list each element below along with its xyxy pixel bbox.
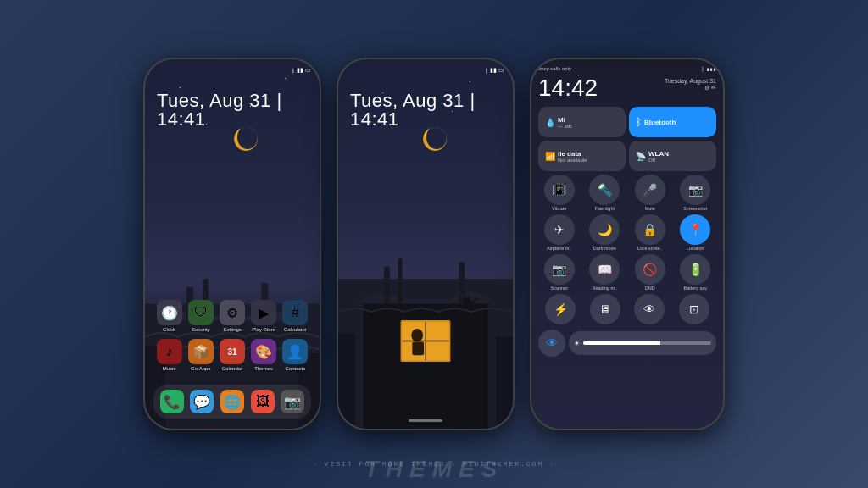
cc-mute-group: 🎤 Mute [629, 175, 671, 211]
svg-rect-10 [398, 258, 403, 304]
cc-battery-btn[interactable]: 🔋 [680, 254, 710, 285]
app-themes[interactable]: 🎨 Themes [251, 339, 276, 371]
dock-1: 📞 💬 🌐 🖼 📷 [153, 385, 311, 419]
moon-crescent [237, 125, 258, 149]
control-center: ency calls only ᛒ ▮▮▮ 14:42 Tuesday, Aug… [531, 59, 723, 429]
cc-lockscreen-group: 🔒 Lock scree.. [629, 214, 671, 251]
stars [145, 59, 320, 244]
dock-camera[interactable]: 📷 [281, 390, 304, 413]
cc-screen-group: 🖥 [590, 294, 620, 324]
cc-edit-btn[interactable]: ⊡ [679, 294, 709, 324]
dock-messages[interactable]: 💬 [190, 390, 214, 413]
cc-darkmode-btn[interactable]: 🌙 [589, 214, 620, 245]
cc-airplane-btn[interactable]: ✈ [544, 214, 575, 245]
cc-power-group: ⚡ [545, 294, 576, 324]
phone-1: ᛒ ▮▮ ▭ Tues, Aug 31 | 14:41 [143, 58, 321, 430]
cc-location-btn[interactable]: 📍 [680, 214, 710, 245]
dock-browser[interactable]: 🌐 [220, 390, 244, 413]
dock-phone[interactable]: 📞 [160, 390, 184, 413]
cc-top-row: 14:42 Tuesday, August 31 ⚙ ✏ [538, 75, 716, 102]
svg-rect-11 [459, 263, 465, 304]
home-indicator-2 [409, 419, 442, 422]
cc-darkmode-group: 🌙 Dark mode [584, 214, 626, 251]
cc-tile-mi-label: Mi [558, 116, 572, 124]
moon-crescent-2 [426, 125, 447, 149]
app-calculator[interactable]: # Calculator [282, 300, 308, 332]
cc-status-icons: ᛒ ▮▮▮ [701, 66, 716, 72]
phone-2-screen: ᛒ ▮▮ ▭ Tues, Aug 31 | 14:41 [338, 59, 513, 429]
cc-reading-label: Reading m.. [592, 286, 617, 291]
cc-eye-btn[interactable]: 👁 [634, 294, 665, 324]
cc-location-label: Location [687, 246, 704, 251]
app-row-2: ♪ Music 📦 GetApps 31 Calendar 🎨 Themes [153, 339, 311, 371]
cc-icon-row-1: 📳 Vibrate 🔦 Flashlight 🎤 Mute 📷 Screensh… [538, 175, 716, 211]
cc-tiles-row-2: 📶 ile data Not available 📡 WLAN [538, 141, 716, 171]
cc-tile-mi[interactable]: 💧 Mi — MB [538, 107, 626, 137]
app-clock[interactable]: 🕐 Clock [157, 300, 182, 332]
cc-screen-btn[interactable]: 🖥 [590, 294, 620, 324]
svg-point-18 [463, 299, 471, 306]
battery-icon-2: ▭ [498, 67, 504, 74]
phones-container: ᛒ ▮▮ ▭ Tues, Aug 31 | 14:41 [143, 58, 725, 430]
cc-status-text: ency calls only ᛒ ▮▮▮ [538, 66, 716, 71]
cc-lockscreen-label: Lock scree.. [637, 246, 663, 251]
cc-eye-icon-btn[interactable]: 👁 [538, 330, 565, 357]
status-icons-2: ᛒ ▮▮ ▭ [485, 67, 504, 74]
cc-icon-row-4: ⚡ 🖥 👁 ⊡ [538, 294, 716, 324]
cc-battery-group: 🔋 Battery sav [675, 254, 717, 291]
cc-vibrate-label: Vibrate [552, 206, 566, 211]
app-contacts[interactable]: 👤 Contacts [282, 339, 308, 371]
cc-darkmode-label: Dark mode [593, 246, 616, 251]
cc-reading-btn[interactable]: 📖 [589, 254, 620, 285]
cc-scanner-btn[interactable]: 📷 [544, 254, 575, 285]
svg-point-16 [411, 329, 423, 342]
app-music[interactable]: ♪ Music [157, 339, 182, 371]
cc-dnd-btn[interactable]: 🚫 [635, 254, 665, 285]
battery-icon: ▭ [305, 67, 311, 74]
cc-lockscreen-btn[interactable]: 🔒 [635, 214, 665, 245]
brightness-fill [583, 341, 660, 345]
app-calendar[interactable]: 31 Calendar [220, 339, 245, 371]
cc-screenshot-label: Screenshot [683, 206, 707, 211]
phone-3: ency calls only ᛒ ▮▮▮ 14:42 Tuesday, Aug… [530, 58, 725, 430]
lock-clock-2: Tues, Aug 31 | 14:41 [350, 92, 513, 129]
cc-eye-group: 👁 [634, 294, 665, 324]
cc-power-btn[interactable]: ⚡ [545, 294, 576, 324]
cc-tile-data[interactable]: 📶 ile data Not available [538, 141, 626, 171]
signal-icon-2: ▮▮ [490, 67, 497, 74]
dock-gallery[interactable]: 🖼 [251, 390, 275, 413]
app-settings[interactable]: ⚙ Settings [220, 300, 245, 332]
cc-date-icons: ⚙ ✏ [704, 85, 716, 92]
app-grid: 🕐 Clock 🛡 Security ⚙ Settings ▶ Play Sto… [153, 300, 311, 378]
cc-mute-btn[interactable]: 🎤 [635, 175, 665, 205]
cc-dnd-group: 🚫 DND [629, 254, 671, 291]
cc-tile-bluetooth[interactable]: ᛒ Bluetooth [629, 107, 716, 137]
moon-2 [423, 127, 447, 151]
app-security[interactable]: 🛡 Security [188, 300, 214, 332]
brightness-bar [583, 341, 711, 345]
cc-tile-bt-label: Bluetooth [644, 119, 676, 126]
status-bar-2: ᛒ ▮▮ ▭ [338, 59, 513, 78]
clock-time-1: Tues, Aug 31 | 14:41 [157, 92, 320, 129]
cc-screenshot-btn[interactable]: 📷 [680, 175, 710, 205]
cc-vibrate-btn[interactable]: 📳 [544, 175, 575, 205]
phone-2: ᛒ ▮▮ ▭ Tues, Aug 31 | 14:41 [337, 58, 515, 430]
app-playstore[interactable]: ▶ Play Store [251, 300, 276, 332]
cc-notification-text: ency calls only [538, 66, 571, 71]
clock-time-2: Tues, Aug 31 | 14:41 [350, 92, 513, 129]
lock-clock-1: Tues, Aug 31 | 14:41 [157, 92, 320, 129]
cc-flashlight-label: Flashlight [594, 206, 615, 211]
cc-location-group: 📍 Location [675, 214, 717, 251]
svg-rect-9 [384, 267, 390, 304]
cc-brightness-control[interactable]: ☀ [569, 331, 716, 355]
cc-scanner-label: Scanner [551, 286, 569, 291]
cc-tile-wlan[interactable]: 📡 WLAN Off [629, 141, 716, 171]
cc-time: 14:42 [538, 75, 598, 102]
cc-time-block: 14:42 [538, 75, 598, 102]
cc-tile-wlan-label: WLAN [648, 150, 669, 158]
phone-1-screen: ᛒ ▮▮ ▭ Tues, Aug 31 | 14:41 [145, 59, 320, 429]
app-getapps[interactable]: 📦 GetApps [188, 339, 214, 371]
cc-flashlight-btn[interactable]: 🔦 [589, 175, 620, 205]
rooftop-svg-2 [338, 207, 513, 429]
svg-rect-22 [496, 337, 513, 429]
